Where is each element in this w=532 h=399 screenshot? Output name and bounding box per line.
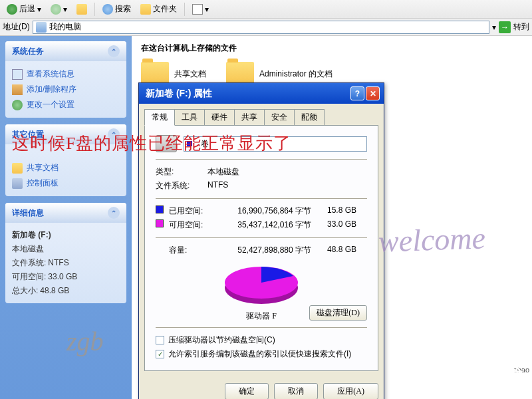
details-name: 新加卷 (F:) [12, 230, 51, 239]
apply-button[interactable]: 应用(A) [323, 383, 378, 399]
tab-page-general: ..卷 类型:本地磁盘 文件系统:NTFS 已用空间:16,990,756,86… [144, 125, 378, 371]
details-free: 33.0 GB [48, 272, 77, 281]
separator [94, 3, 95, 16]
view-icon [192, 4, 203, 15]
other-places-panel: 其它位置 ⌃ 共享文档 控制面板 [5, 124, 126, 196]
folder-label: 共享文档 [174, 68, 206, 80]
drive-caption: 驱动器 F [246, 311, 277, 322]
search-button[interactable]: 搜索 [98, 2, 135, 16]
used-bytes: 16,990,756,864 字节 [210, 205, 311, 217]
tab-hardware[interactable]: 硬件 [204, 109, 235, 125]
forward-icon [51, 4, 61, 15]
used-swatch [156, 205, 164, 213]
cancel-button[interactable]: 取消 [274, 383, 318, 399]
back-label: 后退 [19, 3, 35, 15]
free-gb: 33.0 GB [317, 219, 356, 231]
details-type: 本地磁盘 [12, 242, 120, 256]
disk-usage-pie [218, 263, 305, 308]
address-bar: 地址(D) 我的电脑 ▾ → 转到 [0, 19, 532, 36]
free-swatch [156, 219, 164, 227]
back-button[interactable]: 后退 ▾ [3, 2, 45, 16]
checkbox-unchecked-icon [156, 336, 164, 344]
details-fs: NTFS [48, 258, 68, 267]
capacity-gb: 48.8 GB [317, 245, 356, 256]
tab-tools[interactable]: 工具 [174, 109, 205, 125]
panel-header[interactable]: 详细信息 ⌃ [5, 203, 126, 223]
dropdown-icon: ▾ [63, 5, 67, 14]
panel-header[interactable]: 其它位置 ⌃ [5, 124, 126, 144]
capacity-bytes: 52,427,898,880 字节 [210, 245, 311, 256]
place-shared-docs[interactable]: 共享文档 [12, 160, 120, 176]
computer-icon [36, 22, 47, 33]
drive-icon [156, 135, 177, 152]
address-value: 我的电脑 [49, 21, 81, 33]
close-button[interactable]: ✕ [366, 86, 380, 100]
address-input[interactable]: 我的电脑 [33, 21, 489, 34]
details-total: 48.8 GB [40, 286, 69, 295]
dropdown-icon[interactable]: ▾ [492, 23, 496, 32]
compress-checkbox-row[interactable]: 压缩驱动器以节约磁盘空间(C) [156, 333, 367, 347]
up-button[interactable] [72, 3, 91, 16]
control-panel-icon [12, 178, 23, 189]
section-title: 在这台计算机上存储的文件 [141, 43, 523, 54]
properties-dialog: 新加卷 (F:) 属性 ? ✕ 常规 工具 硬件 共享 安全 配额 ..卷 类型… [138, 82, 384, 399]
place-control-panel[interactable]: 控制面板 [12, 176, 120, 191]
panel-title: 详细信息 [12, 207, 44, 219]
folder-label: Administrator 的文档 [259, 68, 339, 80]
dialog-footer: 确定 取消 应用(A) [139, 376, 384, 399]
go-label: 转到 [513, 21, 529, 33]
capacity-label: 容量: [169, 245, 210, 256]
folders-button[interactable]: 文件夹 [136, 2, 181, 16]
collapse-icon: ⌃ [108, 128, 120, 140]
view-button[interactable]: ▾ [188, 3, 213, 16]
baidu-watermark: Baidu 经验 jingyan.baidu.com [456, 364, 523, 390]
type-label: 类型: [156, 166, 207, 178]
ok-button[interactable]: 确定 [225, 383, 269, 399]
panel-header[interactable]: 系统任务 ⌃ [5, 41, 126, 61]
separator [184, 3, 185, 16]
collapse-icon: ⌃ [108, 207, 120, 219]
tab-strip: 常规 工具 硬件 共享 安全 配额 [144, 109, 378, 125]
system-tasks-panel: 系统任务 ⌃ 查看系统信息 添加/删除程序 更改一个设置 [5, 41, 126, 118]
add-remove-icon [12, 84, 23, 95]
free-label: 可用空间: [169, 219, 210, 231]
fs-label: 文件系统: [156, 180, 207, 192]
details-panel: 详细信息 ⌃ 新加卷 (F:) 本地磁盘 文件系统: NTFS 可用空间: 33… [5, 203, 126, 303]
folders-label: 文件夹 [153, 3, 177, 15]
task-add-remove[interactable]: 添加/删除程序 [12, 82, 120, 97]
folder-icon [12, 163, 23, 174]
free-bytes: 35,437,142,016 字节 [210, 219, 311, 231]
tab-security[interactable]: 安全 [264, 109, 295, 125]
task-pane: 系统任务 ⌃ 查看系统信息 添加/删除程序 更改一个设置 其它位置 ⌃ 共享文档… [0, 36, 132, 399]
task-change-setting[interactable]: 更改一个设置 [12, 97, 120, 112]
search-icon [102, 4, 113, 15]
checkbox-checked-icon: ✓ [156, 350, 164, 358]
address-label: 地址(D) [3, 21, 30, 33]
go-button[interactable]: → [499, 21, 511, 33]
volume-name-input[interactable]: ..卷 [184, 136, 367, 152]
dropdown-icon: ▾ [37, 5, 41, 14]
used-gb: 15.8 GB [317, 205, 356, 217]
task-view-sysinfo[interactable]: 查看系统信息 [12, 66, 120, 82]
search-label: 搜索 [115, 3, 131, 15]
dialog-titlebar[interactable]: 新加卷 (F:) 属性 ? ✕ [139, 83, 384, 104]
fs-value: NTFS [207, 180, 228, 192]
dialog-title: 新加卷 (F:) 属性 [146, 88, 212, 100]
collapse-icon: ⌃ [108, 45, 120, 57]
forward-button[interactable]: ▾ [47, 3, 71, 16]
tab-general[interactable]: 常规 [144, 109, 175, 126]
info-icon [12, 69, 23, 80]
index-checkbox-row[interactable]: ✓允许索引服务编制该磁盘的索引以便快速搜索文件(I) [156, 347, 367, 361]
help-button[interactable]: ? [350, 86, 364, 100]
back-icon [7, 4, 17, 15]
dropdown-icon: ▾ [205, 5, 209, 14]
folders-icon [140, 4, 151, 15]
tab-sharing[interactable]: 共享 [234, 109, 265, 125]
tab-quota[interactable]: 配额 [294, 109, 325, 125]
type-value: 本地磁盘 [207, 166, 239, 178]
panel-title: 系统任务 [12, 46, 44, 57]
panel-title: 其它位置 [12, 129, 44, 140]
settings-icon [12, 100, 23, 110]
used-label: 已用空间: [169, 205, 210, 217]
disk-cleanup-button[interactable]: 磁盘清理(D) [309, 305, 367, 321]
